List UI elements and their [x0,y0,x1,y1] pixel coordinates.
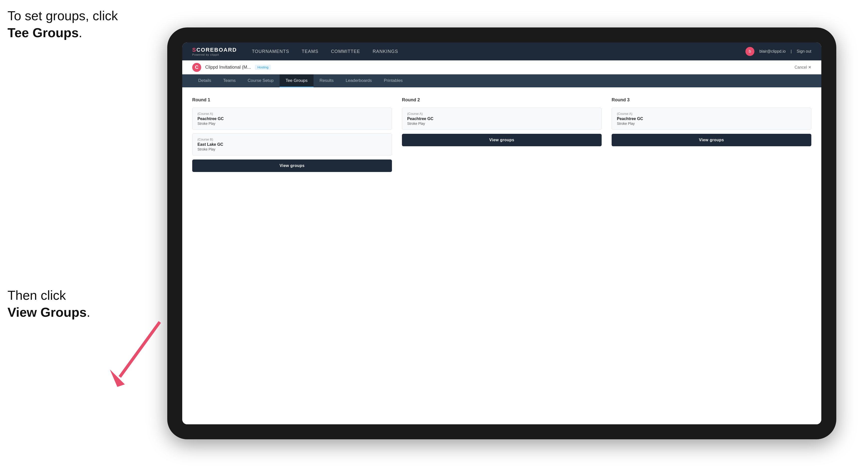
top-nav: SCOREBOARD Powered by clippit TOURNAMENT… [182,42,821,60]
round-2-course-a-card: (Course A) Peachtree GC Stroke Play [402,107,601,130]
nav-tournaments[interactable]: TOURNAMENTS [252,49,289,54]
tournament-info: C Clippd Invitational (M... Hosting [192,63,271,72]
tab-tee-groups[interactable]: Tee Groups [280,74,314,87]
tab-results[interactable]: Results [314,74,340,87]
round-2-course-a-name: Peachtree GC [407,117,596,121]
instruction-bottom-line1: Then click [7,288,66,303]
round-1-course-a-format: Stroke Play [197,122,387,126]
round-1-course-b-name: East Lake GC [197,142,387,147]
tab-leaderboards[interactable]: Leaderboards [340,74,378,87]
tab-details[interactable]: Details [192,74,217,87]
cancel-button[interactable]: Cancel ✕ [795,65,811,70]
svg-line-2 [120,322,160,377]
round-3-title: Round 3 [612,97,811,102]
instruction-top-line1: To set groups, click [7,8,118,23]
sign-out-link[interactable]: Sign out [797,49,811,54]
round-3-column: Round 3 (Course A) Peachtree GC Stroke P… [612,97,811,172]
round-1-course-b-label: (Course B) [197,137,387,141]
logo-sub: Powered by clippit [192,53,237,56]
round-1-course-a-card: (Course A) Peachtree GC Stroke Play [192,107,392,130]
tablet-screen: SCOREBOARD Powered by clippit TOURNAMENT… [182,42,821,424]
arrow-bottom-indicator [70,317,170,392]
round-1-course-b-card: (Course B) East Lake GC Stroke Play [192,133,392,156]
round-3-course-a-format: Stroke Play [617,122,806,126]
round-2-title: Round 2 [402,97,601,102]
svg-marker-3 [110,369,125,387]
tablet-frame: SCOREBOARD Powered by clippit TOURNAMENT… [167,27,836,439]
round-1-course-a-label: (Course A) [197,112,387,116]
round-1-column: Round 1 (Course A) Peachtree GC Stroke P… [192,97,392,172]
nav-committee[interactable]: COMMITTEE [331,49,360,54]
hosting-badge: Hosting [255,65,271,70]
tournament-name: Clippd Invitational (M... [205,65,251,70]
nav-teams[interactable]: TEAMS [302,49,318,54]
nav-avatar: b [745,47,754,56]
tab-bar: Details Teams Course Setup Tee Groups Re… [182,74,821,87]
tab-teams[interactable]: Teams [217,74,242,87]
instruction-bottom-line2: View Groups [7,305,87,319]
instruction-top: To set groups, click Tee Groups. [7,7,118,41]
round-2-course-a-format: Stroke Play [407,122,596,126]
rounds-container: Round 1 (Course A) Peachtree GC Stroke P… [192,97,811,172]
nav-user-email: blair@clippd.io [760,49,786,54]
round-3-course-a-card: (Course A) Peachtree GC Stroke Play [612,107,811,130]
tournament-logo: C [192,63,201,72]
instruction-top-line2: Tee Groups [7,26,79,40]
round-3-course-a-name: Peachtree GC [617,117,806,121]
nav-rankings[interactable]: RANKINGS [373,49,398,54]
round-2-column: Round 2 (Course A) Peachtree GC Stroke P… [402,97,601,172]
round-1-title: Round 1 [192,97,392,102]
logo-area: SCOREBOARD Powered by clippit [192,47,237,56]
round-2-course-a-label: (Course A) [407,112,596,116]
round-1-course-a-name: Peachtree GC [197,117,387,121]
nav-links: TOURNAMENTS TEAMS COMMITTEE RANKINGS [252,49,745,54]
round-3-course-a-label: (Course A) [617,112,806,116]
logo-text: SCOREBOARD [192,47,237,53]
tab-printables[interactable]: Printables [378,74,409,87]
round-1-view-groups-button[interactable]: View groups [192,159,392,172]
sub-header: C Clippd Invitational (M... Hosting Canc… [182,60,821,74]
instruction-bottom: Then click View Groups. [7,287,90,321]
nav-right: b blair@clippd.io | Sign out [745,47,811,56]
tab-course-setup[interactable]: Course Setup [242,74,280,87]
round-1-course-b-format: Stroke Play [197,147,387,151]
main-content: Round 1 (Course A) Peachtree GC Stroke P… [182,87,821,424]
round-3-view-groups-button[interactable]: View groups [612,134,811,146]
round-2-view-groups-button[interactable]: View groups [402,134,601,146]
